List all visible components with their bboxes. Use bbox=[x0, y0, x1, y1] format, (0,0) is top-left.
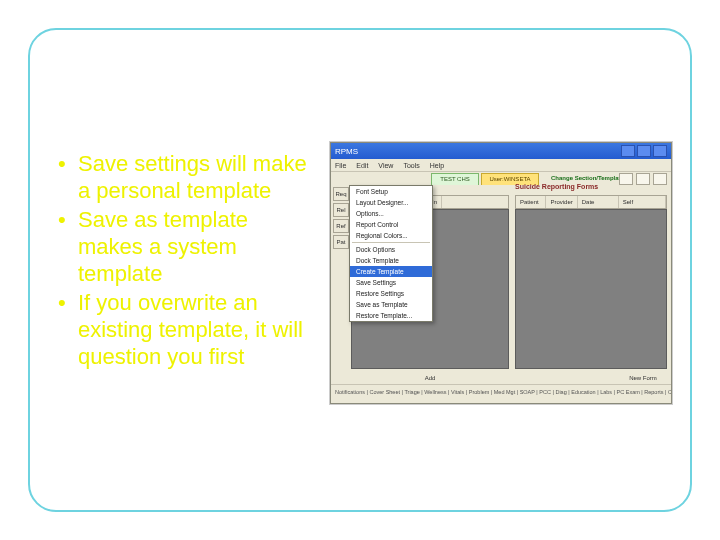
side-button[interactable]: Pat bbox=[333, 235, 349, 249]
bullet-item: Save as template makes a system template bbox=[56, 206, 316, 287]
window-title: RPMS bbox=[335, 147, 358, 156]
menu-option[interactable]: Save Settings bbox=[350, 277, 432, 288]
minimize-icon[interactable] bbox=[621, 145, 635, 157]
maximize-icon[interactable] bbox=[637, 145, 651, 157]
menu-item[interactable]: View bbox=[378, 162, 393, 169]
bottom-tabs[interactable]: Notifications | Cover Sheet | Triage | W… bbox=[331, 384, 671, 403]
toolbar-button[interactable] bbox=[636, 173, 650, 185]
embedded-screenshot: RPMS File Edit View Tools Help TEST CHS … bbox=[330, 142, 672, 404]
new-form-button[interactable]: New Form bbox=[623, 373, 663, 383]
menu-option[interactable]: Save as Template bbox=[350, 299, 432, 310]
side-button[interactable]: Ref bbox=[333, 219, 349, 233]
menu-option[interactable]: Regional Colors... bbox=[350, 230, 432, 241]
toolbar-button[interactable] bbox=[653, 173, 667, 185]
menu-option[interactable]: Layout Designer... bbox=[350, 197, 432, 208]
slide: Save settings will make a personal templ… bbox=[0, 0, 720, 540]
add-button[interactable]: Add bbox=[415, 373, 445, 383]
bullet-content: Save settings will make a personal templ… bbox=[56, 150, 316, 372]
toolbar-right bbox=[619, 173, 667, 185]
menu-item[interactable]: Tools bbox=[403, 162, 419, 169]
menu-option[interactable]: Dock Template bbox=[350, 255, 432, 266]
menu-separator bbox=[352, 242, 430, 243]
menu-option[interactable]: Report Control bbox=[350, 219, 432, 230]
toolbar-button[interactable] bbox=[619, 173, 633, 185]
menu-option[interactable]: Dock Options bbox=[350, 244, 432, 255]
right-pane-title: Suicide Reporting Forms bbox=[515, 183, 598, 190]
bullet-item: If you overwrite an existing template, i… bbox=[56, 289, 316, 370]
right-pane bbox=[515, 209, 667, 369]
app-body: Req Rel Ref Pat Provider Documented In S… bbox=[331, 185, 671, 389]
side-button[interactable]: Rel bbox=[333, 203, 349, 217]
col-header: Self Destruction bbox=[619, 196, 666, 208]
menu-option[interactable]: Options... bbox=[350, 208, 432, 219]
menu-item[interactable]: Edit bbox=[356, 162, 368, 169]
menubar: File Edit View Tools Help bbox=[331, 159, 671, 172]
bullet-list: Save settings will make a personal templ… bbox=[56, 150, 316, 370]
window-titlebar: RPMS bbox=[331, 143, 671, 159]
col-header: Provider bbox=[546, 196, 577, 208]
bullet-item: Save settings will make a personal templ… bbox=[56, 150, 316, 204]
menu-option[interactable]: Font Setup bbox=[350, 186, 432, 197]
dropdown-menu: Font Setup Layout Designer... Options...… bbox=[349, 185, 433, 322]
col-header: Patient # bbox=[516, 196, 546, 208]
side-button[interactable]: Req bbox=[333, 187, 349, 201]
menu-item[interactable]: File bbox=[335, 162, 346, 169]
menu-option[interactable]: Restore Template... bbox=[350, 310, 432, 321]
menu-option[interactable]: Restore Settings bbox=[350, 288, 432, 299]
close-icon[interactable] bbox=[653, 145, 667, 157]
col-header: Date Entered bbox=[578, 196, 619, 208]
menu-item[interactable]: Help bbox=[430, 162, 444, 169]
right-pane-header: Patient # Provider Date Entered Self Des… bbox=[515, 195, 667, 209]
menu-option-highlighted[interactable]: Create Template bbox=[350, 266, 432, 277]
